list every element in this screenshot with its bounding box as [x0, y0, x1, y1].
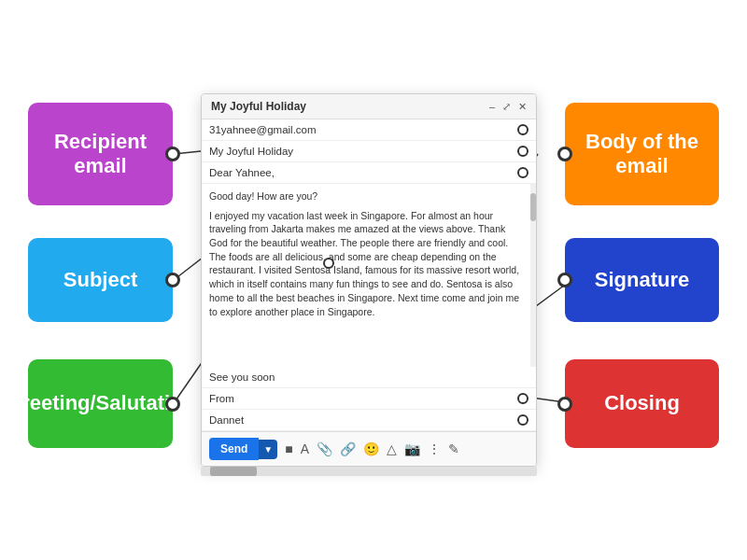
to-dot: [517, 124, 529, 135]
scrollbar-thumb[interactable]: [530, 193, 536, 221]
send-button-group[interactable]: Send ▼: [209, 438, 277, 460]
email-title: My Joyful Holiday: [211, 100, 306, 113]
greeting-value: Dear Yahnee,: [209, 167, 514, 178]
closing-connector-dot: [557, 397, 572, 412]
subject-connector-dot: [165, 273, 180, 287]
to-address: 31yahnee@gmail.com: [209, 124, 514, 135]
to-field[interactable]: 31yahnee@gmail.com: [202, 119, 536, 141]
attachment-icon[interactable]: 📎: [317, 441, 332, 456]
more-icon[interactable]: ⋮: [428, 441, 441, 456]
subject-label: Subject: [28, 238, 173, 322]
greeting-field[interactable]: Dear Yahnee,: [202, 162, 536, 184]
body-field-dot: [323, 258, 334, 269]
body-label: Body of the email: [565, 103, 719, 205]
drive-icon[interactable]: △: [387, 441, 397, 456]
greeting-dot: [517, 167, 529, 178]
horizontal-scrollbar[interactable]: [201, 467, 537, 476]
subject-value: My Joyful Holiday: [209, 146, 514, 157]
emoji-icon[interactable]: 🙂: [363, 441, 379, 456]
body-text: I enjoyed my vacation last week in Singa…: [209, 209, 521, 319]
format-icon[interactable]: ■: [285, 441, 292, 456]
from-name-dot: [517, 414, 529, 426]
minimize-button[interactable]: –: [489, 101, 495, 112]
from-name: Dannet: [209, 414, 514, 426]
signature-connector-dot: [557, 273, 572, 287]
send-button[interactable]: Send: [209, 438, 259, 460]
scrollbar[interactable]: [530, 184, 536, 367]
from-name-field[interactable]: Dannet: [202, 410, 536, 431]
closing-label: Closing: [565, 359, 719, 448]
recipient-connector-dot: [165, 147, 180, 161]
closing-value: See you soon: [209, 371, 529, 383]
subject-field[interactable]: My Joyful Holiday: [202, 141, 536, 162]
body-connector-dot: [557, 147, 572, 161]
greeting-label: Greeting/Salutation: [28, 359, 173, 448]
closing-field[interactable]: See you soon: [202, 367, 536, 388]
titlebar-controls: – ⤢ ✕: [489, 101, 527, 113]
greeting-connector-dot: [165, 397, 180, 412]
signature-label: Signature: [565, 238, 719, 322]
opening-line: Good day! How are you?: [209, 189, 521, 203]
from-dot: [517, 393, 529, 404]
text-format-icon[interactable]: A: [301, 441, 309, 456]
email-compose-window: My Joyful Holiday – ⤢ ✕ 31yahnee@gmail.c…: [201, 93, 537, 467]
subject-dot: [517, 146, 529, 157]
photo-icon[interactable]: 📷: [404, 441, 420, 456]
close-button[interactable]: ✕: [518, 101, 527, 113]
link-icon[interactable]: 🔗: [340, 441, 356, 456]
from-field[interactable]: From: [202, 388, 536, 410]
pen-icon[interactable]: ✎: [448, 441, 459, 456]
send-dropdown-button[interactable]: ▼: [259, 440, 277, 459]
horizontal-scrollbar-thumb[interactable]: [210, 467, 257, 476]
email-toolbar: Send ▼ ■ A 📎 🔗 🙂 △ 📷 ⋮ ✎: [202, 431, 536, 466]
email-titlebar: My Joyful Holiday – ⤢ ✕: [202, 94, 536, 119]
expand-button[interactable]: ⤢: [502, 101, 511, 113]
recipient-label: Recipient email: [28, 103, 173, 205]
from-label: From: [209, 393, 514, 404]
email-body-area[interactable]: Good day! How are you? I enjoyed my vaca…: [202, 184, 536, 367]
